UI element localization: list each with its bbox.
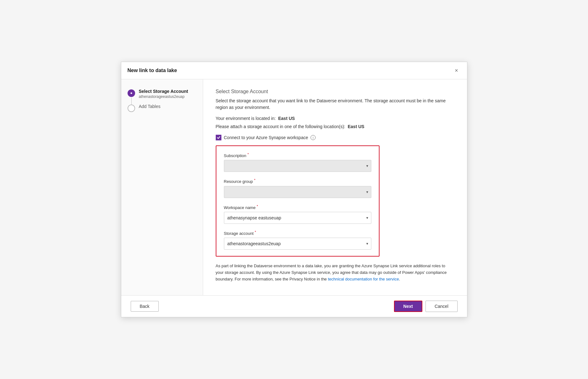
step-sublabel-1: athenastorageeastus2euap	[139, 94, 188, 99]
workspace-name-field: Workspace name * athenasynapse eastuseua…	[224, 204, 371, 224]
step-content-2: Add Tables	[139, 104, 161, 109]
step-add-tables[interactable]: Add Tables	[128, 104, 197, 112]
resource-group-select[interactable]	[224, 186, 371, 198]
svg-point-1	[130, 93, 132, 94]
cancel-button[interactable]: Cancel	[425, 301, 458, 312]
step-circle-active	[128, 89, 135, 97]
subscription-label: Subscription *	[224, 152, 371, 158]
footer-left: Back	[131, 301, 159, 312]
env-info: Your environment is located in: East US	[216, 116, 454, 121]
subscription-field: Subscription * ▾	[224, 152, 371, 172]
workspace-name-select-wrapper: athenasynapse eastuseuap ▾	[224, 212, 371, 224]
footer-right: Next Cancel	[394, 301, 458, 312]
attach-location: East US	[348, 124, 364, 129]
main-content: Select Storage Account Select the storag…	[203, 79, 467, 295]
section-title: Select Storage Account	[216, 89, 454, 94]
resource-group-field: Resource group * ▾	[224, 178, 371, 198]
dialog-header: New link to data lake ×	[121, 62, 467, 79]
workspace-name-label: Workspace name *	[224, 204, 371, 210]
storage-account-field: Storage account * athenastorageeastus2eu…	[224, 230, 371, 250]
back-button[interactable]: Back	[131, 301, 159, 312]
info-icon[interactable]: i	[311, 135, 316, 140]
step-select-storage[interactable]: Select Storage Account athenastorageeast…	[128, 89, 197, 99]
close-button[interactable]: ×	[452, 66, 461, 75]
new-link-dialog: New link to data lake × Select Storage A…	[121, 62, 467, 317]
step-label-1: Select Storage Account	[139, 89, 188, 94]
notice-text-after: .	[399, 277, 400, 281]
resource-group-label: Resource group *	[224, 178, 371, 184]
checkbox-check-icon	[217, 136, 220, 139]
step-circle-inactive	[128, 105, 135, 112]
step-label-2: Add Tables	[139, 104, 161, 109]
step-content-1: Select Storage Account athenastorageeast…	[139, 89, 188, 99]
location-info: Please attach a storage account in one o…	[216, 124, 454, 129]
storage-account-label: Storage account *	[224, 230, 371, 236]
next-button[interactable]: Next	[394, 301, 422, 312]
env-location-value: East US	[278, 116, 295, 121]
steps-panel: Select Storage Account athenastorageeast…	[121, 79, 203, 295]
attach-label: Please attach a storage account in one o…	[216, 124, 345, 129]
subscription-select-wrapper: ▾	[224, 160, 371, 172]
dialog-body: Select Storage Account athenastorageeast…	[121, 79, 467, 295]
storage-account-select[interactable]: athenastorageeastus2euap	[224, 238, 371, 250]
dialog-footer: Back Next Cancel	[121, 295, 467, 317]
notice-link[interactable]: technical documentation for the service	[328, 277, 399, 281]
resource-group-select-wrapper: ▾	[224, 186, 371, 198]
form-panel: Subscription * ▾ Resource group *	[216, 145, 380, 257]
checkbox-label: Connect to your Azure Synapse workspace	[224, 135, 308, 140]
check-icon	[129, 91, 133, 95]
workspace-name-select[interactable]: athenasynapse eastuseuap	[224, 212, 371, 224]
section-desc: Select the storage account that you want…	[216, 98, 454, 111]
dialog-title: New link to data lake	[128, 68, 177, 73]
storage-account-select-wrapper: athenastorageeastus2euap ▾	[224, 238, 371, 250]
synapse-checkbox-row[interactable]: Connect to your Azure Synapse workspace …	[216, 135, 454, 140]
env-location-label: Your environment is located in:	[216, 116, 276, 121]
subscription-select[interactable]	[224, 160, 371, 172]
synapse-checkbox[interactable]	[216, 135, 221, 140]
notice-text: As part of linking the Dataverse environ…	[216, 263, 454, 282]
